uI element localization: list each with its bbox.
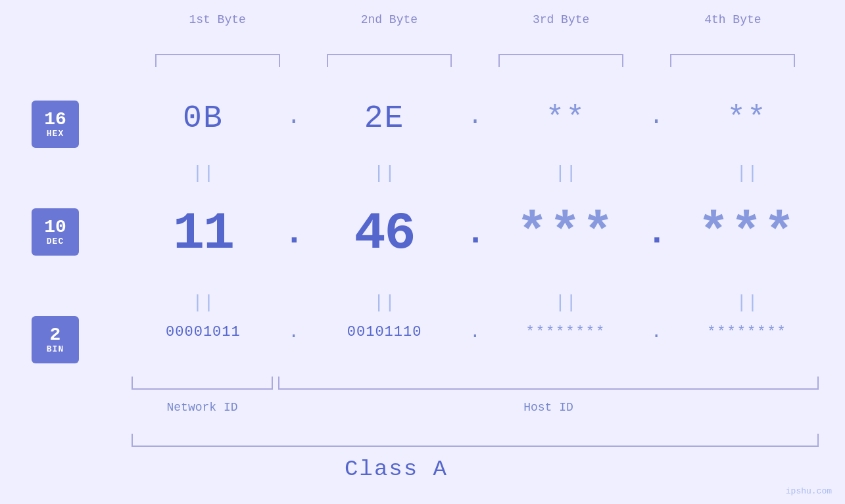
watermark: ipshu.com <box>786 486 832 496</box>
bracket-host <box>278 377 819 390</box>
bottom-brackets <box>132 377 819 390</box>
col-header-3: 3rd Byte <box>492 13 630 26</box>
eq-top-3: || <box>503 163 628 183</box>
dec-dot-1: . <box>284 214 304 253</box>
top-brackets <box>132 54 819 67</box>
equals-row-top: || || || || <box>132 163 819 183</box>
bin-val-4: ******** <box>685 324 809 340</box>
bin-dot-1: . <box>284 322 304 342</box>
bracket-top-3 <box>498 54 623 67</box>
bracket-top-2 <box>327 54 452 67</box>
bracket-network <box>132 377 273 390</box>
col-header-2: 2nd Byte <box>320 13 458 26</box>
dec-val-3: *** <box>503 204 628 263</box>
dec-badge-num: 10 <box>44 218 66 237</box>
hex-row: 0B . 2E . ** . ** <box>132 101 819 136</box>
eq-top-4: || <box>685 163 809 183</box>
eq-mid-spacer-1 <box>284 292 304 313</box>
bin-val-3: ******** <box>503 324 628 340</box>
dec-row: 11 . 46 . *** . *** <box>132 204 819 263</box>
eq-spacer-1 <box>284 163 304 183</box>
class-label: Class A <box>0 457 792 482</box>
hex-badge-num: 16 <box>44 110 66 129</box>
hex-dot-3: . <box>646 103 666 130</box>
dec-val-4: *** <box>685 204 809 263</box>
col-header-4: 4th Byte <box>664 13 802 26</box>
column-headers: 1st Byte 2nd Byte 3rd Byte 4th Byte <box>132 13 819 26</box>
equals-row-mid: || || || || <box>132 292 819 313</box>
bin-dot-3: . <box>646 322 666 342</box>
eq-top-1: || <box>141 163 266 183</box>
bracket-top-1 <box>155 54 280 67</box>
bin-row: 00001011 . 00101110 . ******** . *******… <box>132 322 819 342</box>
bin-dot-2: . <box>465 322 485 342</box>
eq-mid-2: || <box>322 292 447 313</box>
hex-val-2: 2E <box>322 101 447 136</box>
hex-val-1: 0B <box>141 101 266 136</box>
hex-val-3: ** <box>503 101 628 136</box>
main-container: 16 HEX 10 DEC 2 BIN 1st Byte 2nd Byte 3r… <box>0 0 845 504</box>
hex-dot-1: . <box>284 103 304 130</box>
hex-val-4: ** <box>685 101 809 136</box>
host-id-label: Host ID <box>278 401 819 414</box>
dec-badge-label: DEC <box>47 237 64 246</box>
bin-badge: 2 BIN <box>32 316 79 363</box>
big-bottom-bracket <box>132 434 819 447</box>
eq-mid-3: || <box>503 292 628 313</box>
bin-val-1: 00001011 <box>141 324 266 340</box>
eq-spacer-2 <box>465 163 485 183</box>
dec-val-2: 46 <box>322 204 447 263</box>
bin-badge-num: 2 <box>50 326 61 344</box>
eq-spacer-3 <box>646 163 666 183</box>
eq-mid-1: || <box>141 292 266 313</box>
dec-dot-3: . <box>646 214 666 253</box>
eq-top-2: || <box>322 163 447 183</box>
dec-badge: 10 DEC <box>32 208 79 256</box>
bin-val-2: 00101110 <box>322 324 447 340</box>
eq-mid-4: || <box>685 292 809 313</box>
eq-mid-spacer-2 <box>465 292 485 313</box>
dec-dot-2: . <box>465 214 485 253</box>
labels-row: Network ID Host ID <box>132 401 819 414</box>
hex-badge-label: HEX <box>47 129 64 139</box>
hex-dot-2: . <box>465 103 485 130</box>
eq-mid-spacer-3 <box>646 292 666 313</box>
col-header-1: 1st Byte <box>149 13 287 26</box>
network-id-label: Network ID <box>132 401 273 414</box>
bracket-top-4 <box>670 54 795 67</box>
hex-badge: 16 HEX <box>32 101 79 148</box>
bin-badge-label: BIN <box>47 344 64 354</box>
dec-val-1: 11 <box>141 204 266 263</box>
